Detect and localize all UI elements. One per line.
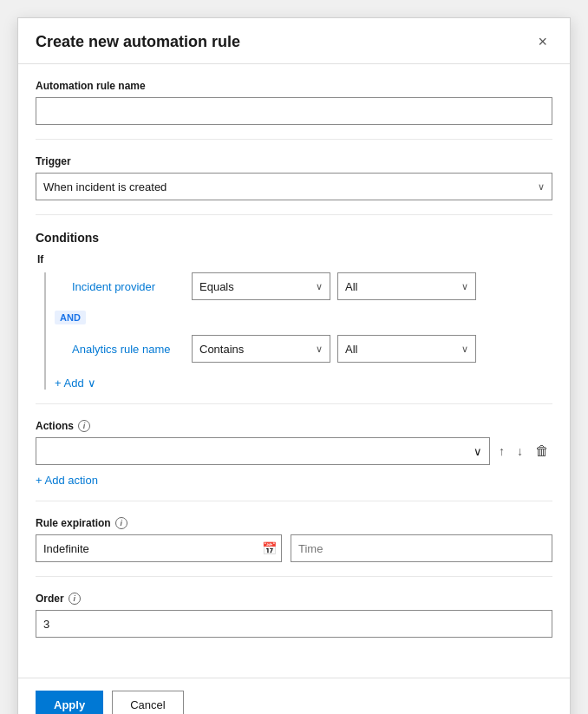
add-condition-chevron-icon: ∨ <box>88 377 96 390</box>
close-button[interactable]: × <box>532 32 552 51</box>
conditions-section: Conditions If Incident provider Equals ∨… <box>36 215 552 404</box>
cancel-button[interactable]: Cancel <box>112 691 183 714</box>
condition-1-value-text: All <box>345 280 357 293</box>
dialog-footer: Apply Cancel <box>18 678 570 714</box>
dialog-body: Automation rule name Trigger When incide… <box>18 64 570 678</box>
apply-button[interactable]: Apply <box>36 691 103 714</box>
and-badge: AND <box>55 311 86 324</box>
order-section: Order i <box>36 577 552 652</box>
condition-1-operator-dropdown[interactable]: Equals ∨ <box>192 272 330 300</box>
condition-2-operator-dropdown[interactable]: Contains ∨ <box>192 335 330 363</box>
condition-2-value-chevron-icon: ∨ <box>461 344 468 355</box>
automation-rule-name-section: Automation rule name <box>36 64 552 140</box>
trigger-dropdown[interactable]: When incident is created ∨ <box>36 173 552 200</box>
action-move-up-button[interactable]: ↑ <box>495 441 508 462</box>
condition-1-operator-chevron-icon: ∨ <box>316 281 323 292</box>
condition-row-2: Analytics rule name Contains ∨ All ∨ <box>72 335 552 363</box>
actions-label: Actions i <box>36 420 552 432</box>
up-arrow-icon: ↑ <box>499 444 505 458</box>
condition-2-value-dropdown[interactable]: All ∨ <box>337 335 476 363</box>
trash-icon: 🗑 <box>535 443 549 459</box>
action-row: ∨ ↑ ↓ 🗑 <box>36 437 552 465</box>
condition-2-operator-chevron-icon: ∨ <box>316 344 323 355</box>
trigger-dropdown-wrapper: When incident is created ∨ <box>36 173 552 200</box>
condition-1-value-dropdown[interactable]: All ∨ <box>337 272 476 300</box>
create-automation-rule-dialog: Create new automation rule × Automation … <box>17 17 571 714</box>
dialog-header: Create new automation rule × <box>18 18 570 64</box>
action-move-down-button[interactable]: ↓ <box>513 441 526 462</box>
automation-rule-name-input[interactable] <box>36 97 552 125</box>
condition-2-name: Analytics rule name <box>72 343 185 356</box>
condition-row-1: Incident provider Equals ∨ All ∨ <box>72 272 552 300</box>
add-condition-button[interactable]: + Add ∨ <box>55 377 96 390</box>
down-arrow-icon: ↓ <box>517 444 523 458</box>
action-chevron-icon: ∨ <box>474 445 482 458</box>
trigger-section: Trigger When incident is created ∨ <box>36 140 552 215</box>
dialog-title: Create new automation rule <box>36 33 240 51</box>
rule-expiration-info-icon: i <box>115 517 127 529</box>
if-label: If <box>37 253 552 265</box>
condition-2-dropdowns: Contains ∨ All ∨ <box>192 335 552 363</box>
add-condition-label: + Add <box>55 377 84 390</box>
action-delete-button[interactable]: 🗑 <box>532 440 552 462</box>
add-action-button[interactable]: + Add action <box>36 474 98 487</box>
trigger-chevron-icon: ∨ <box>538 181 545 193</box>
condition-1-value-chevron-icon: ∨ <box>461 281 468 292</box>
expiration-date-wrapper: 📅 <box>36 534 282 562</box>
condition-1-name: Incident provider <box>72 280 185 293</box>
expiration-time-input[interactable] <box>291 534 552 562</box>
trigger-selected-value: When incident is created <box>43 180 167 193</box>
action-dropdown-wrapper: ∨ <box>36 437 490 465</box>
actions-info-icon: i <box>78 420 90 432</box>
action-dropdown[interactable]: ∨ <box>36 437 490 465</box>
order-label: Order i <box>36 593 552 605</box>
expiration-date-input[interactable] <box>36 534 282 562</box>
expiration-row: 📅 <box>36 534 552 562</box>
condition-tree: Incident provider Equals ∨ All ∨ <box>44 272 552 390</box>
add-action-label: + Add action <box>36 474 98 487</box>
trigger-label: Trigger <box>36 155 552 167</box>
order-input[interactable] <box>36 610 552 638</box>
condition-1-dropdowns: Equals ∨ All ∨ <box>192 272 552 300</box>
condition-1-operator-value: Equals <box>199 280 234 293</box>
order-info-icon: i <box>69 593 81 605</box>
condition-2-value-text: All <box>345 343 357 356</box>
actions-section: Actions i ∨ ↑ ↓ 🗑 <box>36 404 552 501</box>
rule-expiration-section: Rule expiration i 📅 <box>36 501 552 577</box>
conditions-label: Conditions <box>36 231 552 245</box>
rule-expiration-label: Rule expiration i <box>36 517 552 529</box>
condition-2-operator-value: Contains <box>199 343 244 356</box>
automation-rule-name-label: Automation rule name <box>36 80 552 92</box>
